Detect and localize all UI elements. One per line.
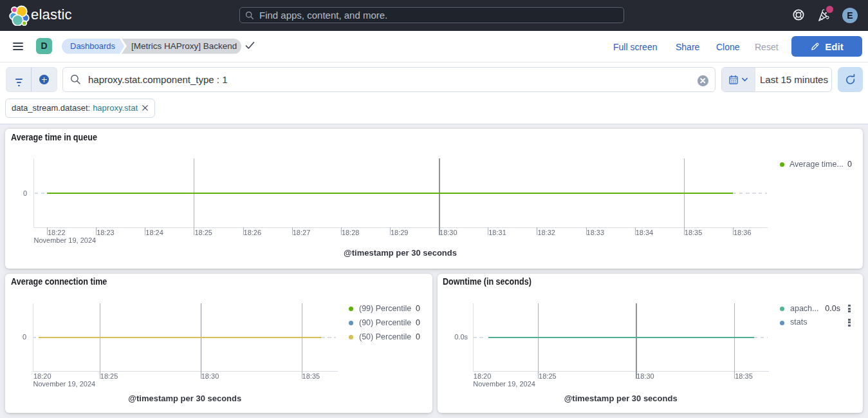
- x-axis-tick-label: 18:30: [439, 229, 457, 236]
- menu-icon-bar: [13, 43, 23, 44]
- query-text: haproxy.stat.component_type : 1: [88, 74, 228, 85]
- legend-menu-dot: [848, 321, 851, 323]
- x-axis-tick-label: 18:23: [97, 229, 115, 236]
- x-axis-title: @timestamp per 30 seconds: [33, 248, 767, 258]
- legend-color-dot: [349, 335, 353, 339]
- calendar-icon: [728, 75, 739, 85]
- x-axis-tick-label: 18:34: [636, 229, 654, 236]
- x-axis-tick-label: 18:33: [587, 229, 605, 236]
- elastic-logo-text[interactable]: elastic: [31, 6, 72, 23]
- legend-item-value: 0: [375, 332, 420, 341]
- legend-actions-icon[interactable]: [847, 319, 852, 327]
- menu-icon[interactable]: [12, 41, 24, 53]
- full-screen-button[interactable]: Full screen: [613, 41, 657, 53]
- legend-item-label[interactable]: stats: [790, 318, 807, 327]
- unified-search-bar: haproxy.stat.component_type : 1 Last 15 …: [0, 62, 868, 124]
- refresh-button[interactable]: [838, 67, 863, 92]
- filter-button-group: [6, 67, 57, 92]
- filter-pill-value: haproxy.stat: [93, 103, 138, 113]
- add-filter-button[interactable]: [32, 68, 57, 91]
- x-gridline: [636, 303, 637, 379]
- breadcrumb-current-dashboard: [Metrics HAProxy] Backend: [122, 39, 241, 54]
- x-axis-tick-label: 18:29: [391, 229, 409, 236]
- global-search-input[interactable]: Find apps, content, and more.: [239, 7, 624, 23]
- x-gridline: [201, 303, 202, 379]
- global-header: elastic Find apps, content, and more. E: [0, 0, 868, 31]
- x-axis-tick-label: 18:30: [201, 372, 219, 380]
- series-line: [47, 193, 733, 194]
- series-dash-right: [754, 337, 768, 338]
- series-dash-right: [321, 337, 336, 338]
- remove-filter-icon[interactable]: [142, 104, 149, 111]
- x-axis-tick-label: 18:27: [293, 229, 311, 236]
- legend-color-dot: [780, 162, 784, 167]
- x-axis-tick-label: 18:22: [48, 229, 66, 236]
- breadcrumb-check-icon[interactable]: [245, 41, 255, 50]
- x-axis-tick-label: 18:24: [145, 229, 163, 236]
- clone-button[interactable]: Clone: [716, 41, 740, 53]
- date-picker: Last 15 minutes: [721, 67, 832, 92]
- x-gridline: [302, 303, 302, 379]
- filter-icon-bar: [18, 85, 20, 86]
- series-dash-left: [35, 193, 47, 194]
- user-avatar[interactable]: E: [842, 8, 858, 23]
- plus-icon: [39, 75, 49, 84]
- panel-downtime-in-seconds[interactable]: Downtime (in seconds) @timestamp per 30 …: [438, 274, 863, 413]
- x-gridline: [100, 303, 100, 379]
- legend-menu-dot: [848, 310, 851, 312]
- search-icon: [245, 11, 254, 20]
- y-axis-tick-label: 0: [0, 189, 27, 197]
- space-avatar[interactable]: D: [36, 38, 52, 54]
- panel-title: Downtime (in seconds): [443, 276, 531, 287]
- legend-actions-icon[interactable]: [847, 305, 852, 313]
- legend-menu-dot: [848, 319, 851, 321]
- y-axis-line: [33, 158, 34, 227]
- pencil-icon: [810, 42, 820, 52]
- filter-pill[interactable]: data_stream.dataset: haproxy.stat: [5, 99, 155, 118]
- elastic-logo-icon[interactable]: [9, 5, 30, 26]
- x-axis-tick-label: 18:35: [302, 372, 320, 380]
- date-quick-select-button[interactable]: [722, 68, 755, 91]
- share-button[interactable]: Share: [676, 41, 699, 53]
- time-range-value[interactable]: Last 15 minutes: [755, 68, 831, 91]
- legend-item-value: 0: [375, 304, 420, 313]
- legend-menu-dot: [848, 325, 851, 327]
- x-axis-tick-label: 18:30: [636, 372, 654, 380]
- query-input[interactable]: haproxy.stat.component_type : 1: [62, 67, 716, 92]
- x-axis-tick-label: 18:36: [734, 229, 752, 236]
- x-axis-title: @timestamp per 30 seconds: [473, 394, 769, 403]
- x-gridline: [194, 158, 194, 235]
- x-axis-tick-label: 18:31: [488, 229, 506, 236]
- x-gridline: [538, 303, 539, 379]
- legend-color-dot: [349, 307, 353, 311]
- x-axis-context-label: November 19, 2024: [33, 380, 96, 388]
- series-dash-left: [473, 337, 486, 338]
- series-dash-right: [733, 193, 767, 194]
- x-axis-context-label: November 19, 2024: [34, 236, 97, 244]
- chevron-down-icon: [741, 76, 748, 83]
- dashboard-top-nav: D Dashboards [Metrics HAProxy] Backend F…: [0, 31, 868, 62]
- x-axis-tick-label: 18:25: [194, 229, 212, 236]
- panel-average-connection-time[interactable]: Average connection time @timestamp per 3…: [5, 274, 432, 413]
- series-dash-left: [33, 337, 39, 338]
- legend-item-value: 0: [375, 318, 420, 327]
- panel-average-time-in-queue[interactable]: Average time in queue @timestamp per 30 …: [5, 129, 863, 269]
- edit-button[interactable]: Edit: [791, 36, 862, 57]
- filter-pill-field: data_stream.dataset:: [12, 103, 90, 113]
- reset-button[interactable]: Reset: [755, 41, 779, 53]
- x-axis-tick-label: 18:20: [474, 372, 492, 380]
- filter-menu-button[interactable]: [6, 68, 32, 91]
- x-axis-line: [473, 371, 770, 372]
- y-axis-tick-label: 0: [0, 333, 26, 341]
- menu-icon-bar: [13, 46, 23, 47]
- help-icon[interactable]: [791, 8, 806, 22]
- breadcrumb-dashboards[interactable]: Dashboards: [62, 39, 124, 54]
- legend-menu-dot: [848, 308, 851, 310]
- notification-badge: [826, 6, 833, 13]
- series-line: [39, 337, 321, 338]
- x-gridline: [684, 158, 685, 235]
- clear-query-button[interactable]: [697, 75, 708, 86]
- x-axis-tick-label: 18:26: [244, 229, 262, 236]
- query-search-icon: [70, 74, 81, 85]
- menu-icon-bar: [13, 49, 23, 50]
